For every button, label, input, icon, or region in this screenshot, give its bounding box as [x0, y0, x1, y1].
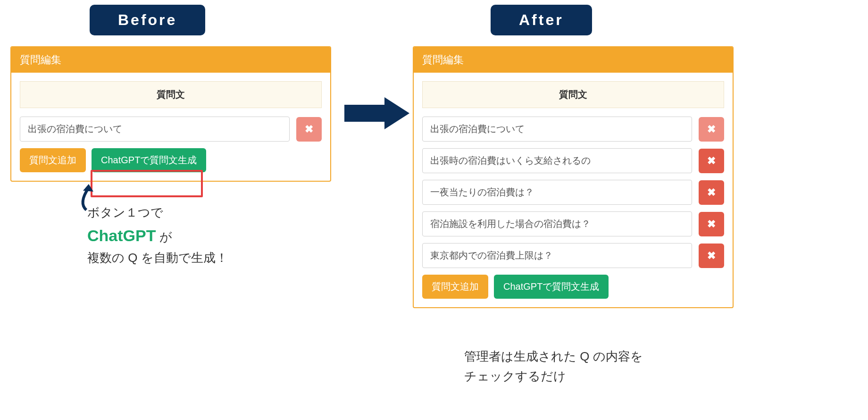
- svg-marker-1: [344, 97, 409, 129]
- chatgpt-generate-button[interactable]: ChatGPTで質問文生成: [92, 148, 206, 172]
- add-question-button[interactable]: 質問文追加: [20, 148, 86, 172]
- close-icon: ✖: [707, 218, 716, 230]
- close-icon: ✖: [707, 250, 716, 262]
- after-panel: 質問編集 質問文 ✖ ✖ ✖ ✖: [413, 46, 734, 308]
- caption-line: 複数の Q を自動で生成！: [87, 248, 228, 268]
- column-header-question: 質問文: [422, 81, 724, 108]
- caption-line: 管理者は生成された Q の内容を: [464, 347, 643, 367]
- panel-body: 質問文 ✖ 質問文追加 ChatGPTで質問文生成: [11, 73, 330, 181]
- caption-suffix: が: [156, 230, 172, 244]
- caption-line: チェックするだけ: [464, 367, 643, 386]
- after-badge: After: [491, 5, 592, 35]
- delete-button[interactable]: ✖: [296, 117, 322, 142]
- question-row: ✖: [422, 148, 724, 173]
- button-row: 質問文追加 ChatGPTで質問文生成: [422, 275, 724, 299]
- panel-header: 質問編集: [414, 47, 733, 73]
- close-icon: ✖: [707, 155, 716, 167]
- panel-body: 質問文 ✖ ✖ ✖ ✖ ✖: [414, 73, 733, 307]
- question-row: ✖: [422, 243, 724, 268]
- delete-button[interactable]: ✖: [699, 212, 724, 236]
- close-icon: ✖: [707, 123, 716, 135]
- question-input[interactable]: [422, 117, 692, 142]
- before-badge: Before: [90, 5, 205, 35]
- question-input[interactable]: [20, 117, 290, 142]
- question-input[interactable]: [422, 180, 692, 205]
- question-input[interactable]: [422, 148, 692, 173]
- question-row: ✖: [422, 117, 724, 142]
- chatgpt-generate-button[interactable]: ChatGPTで質問文生成: [494, 275, 609, 299]
- close-icon: ✖: [707, 186, 716, 199]
- caption-line: ChatGPT が: [87, 223, 228, 248]
- close-icon: ✖: [305, 123, 313, 135]
- delete-button[interactable]: ✖: [699, 117, 724, 142]
- panel-header: 質問編集: [11, 47, 330, 73]
- question-row: ✖: [422, 180, 724, 205]
- question-row: ✖: [422, 211, 724, 236]
- caption-line: ボタン１つで: [87, 203, 228, 223]
- question-row: ✖: [20, 117, 322, 142]
- before-caption: ボタン１つで ChatGPT が 複数の Q を自動で生成！: [87, 203, 228, 268]
- column-header-question: 質問文: [20, 81, 322, 108]
- delete-button[interactable]: ✖: [699, 180, 724, 205]
- big-arrow-icon: [344, 94, 410, 132]
- svg-marker-0: [83, 184, 93, 192]
- after-caption: 管理者は生成された Q の内容を チェックするだけ: [464, 347, 643, 386]
- before-panel: 質問編集 質問文 ✖ 質問文追加 ChatGPTで質問文生成: [10, 46, 331, 182]
- delete-button[interactable]: ✖: [699, 149, 724, 173]
- delete-button[interactable]: ✖: [699, 244, 724, 268]
- chatgpt-text: ChatGPT: [87, 227, 156, 244]
- button-row: 質問文追加 ChatGPTで質問文生成: [20, 148, 322, 172]
- question-input[interactable]: [422, 243, 692, 268]
- add-question-button[interactable]: 質問文追加: [422, 275, 488, 299]
- question-input[interactable]: [422, 211, 692, 236]
